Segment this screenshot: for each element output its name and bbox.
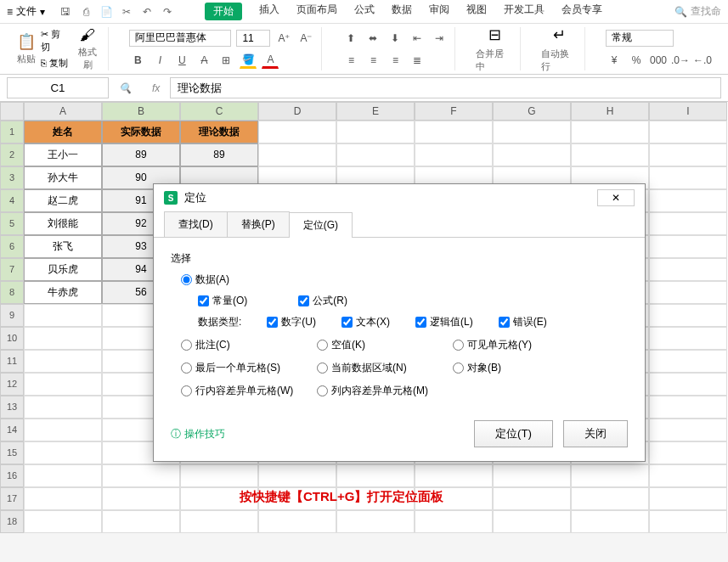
col-header-h[interactable]: H [571, 102, 649, 121]
cell[interactable] [649, 166, 727, 189]
cell[interactable] [649, 235, 727, 258]
font-size-select[interactable] [236, 30, 270, 47]
option-blank[interactable]: 空值(K) [317, 338, 453, 352]
cell[interactable] [649, 143, 727, 166]
font-color-icon[interactable]: A [262, 52, 279, 69]
cell[interactable] [415, 143, 493, 166]
cell[interactable]: 孙大牛 [24, 166, 102, 189]
option-rowdiff[interactable]: 行内容差异单元格(W) [181, 384, 317, 398]
col-header-b[interactable]: B [102, 102, 180, 121]
font-name-select[interactable] [129, 30, 231, 47]
tab-review[interactable]: 审阅 [429, 3, 449, 20]
row-header[interactable]: 6 [0, 235, 24, 258]
search-fx-icon[interactable]: 🔍 [119, 82, 132, 94]
dialog-close-button[interactable]: ✕ [597, 189, 635, 206]
cell[interactable]: 王小一 [24, 143, 102, 166]
align-left-icon[interactable]: ≡ [342, 52, 359, 69]
cell[interactable] [336, 510, 415, 533]
tab-dev[interactable]: 开发工具 [504, 3, 545, 20]
tab-start[interactable]: 开始 [205, 3, 242, 20]
justify-icon[interactable]: ≣ [409, 52, 426, 69]
cell[interactable] [493, 121, 571, 143]
cell[interactable] [649, 258, 727, 281]
option-object[interactable]: 对象(B) [453, 361, 589, 375]
row-header[interactable]: 7 [0, 258, 24, 281]
col-header-d[interactable]: D [258, 102, 336, 121]
row-header[interactable]: 13 [0, 396, 24, 419]
tab-member[interactable]: 会员专享 [562, 3, 602, 20]
row-header[interactable]: 16 [0, 464, 24, 487]
dialog-tab-find[interactable]: 查找(D) [164, 211, 228, 237]
number-format-select[interactable] [606, 30, 674, 47]
tab-insert[interactable]: 插入 [259, 3, 279, 20]
cell[interactable] [24, 350, 102, 373]
align-bottom-icon[interactable]: ⬇ [387, 30, 404, 47]
cell[interactable] [24, 464, 102, 487]
undo-icon[interactable]: ↶ [140, 5, 154, 19]
row-header[interactable]: 4 [0, 189, 24, 212]
cell[interactable] [24, 327, 102, 350]
copy-button[interactable]: ⎘ 复制 [41, 57, 69, 70]
cell[interactable] [649, 350, 727, 373]
cell[interactable] [24, 487, 102, 510]
cell[interactable] [24, 304, 102, 327]
dialog-tab-goto[interactable]: 定位(G) [289, 212, 353, 238]
cut-button[interactable]: ✂ 剪切 [41, 28, 69, 53]
cell[interactable] [493, 143, 571, 166]
formatpaint-icon[interactable]: 🖌 [74, 26, 101, 44]
cell[interactable] [649, 373, 727, 396]
italic-icon[interactable]: I [151, 52, 168, 69]
row-header[interactable]: 3 [0, 166, 24, 189]
row-header[interactable]: 18 [0, 510, 24, 533]
cell[interactable] [649, 281, 727, 304]
redo-icon[interactable]: ↷ [161, 5, 174, 19]
close-button[interactable]: 关闭 [563, 420, 628, 447]
cell[interactable]: 赵二虎 [24, 189, 102, 212]
cell[interactable] [649, 396, 727, 419]
underline-icon[interactable]: U [173, 52, 190, 69]
align-right-icon[interactable]: ≡ [387, 52, 404, 69]
option-visible[interactable]: 可见单元格(Y) [453, 338, 589, 352]
currency-icon[interactable]: ¥ [606, 52, 623, 69]
option-logic[interactable]: 逻辑值(L) [415, 315, 473, 329]
dec-inc-icon[interactable]: .0→ [672, 52, 689, 69]
cell[interactable] [24, 396, 102, 419]
option-const[interactable]: 常量(O) [198, 294, 247, 308]
merge-icon[interactable]: ⊟ [488, 25, 501, 44]
row-header[interactable]: 12 [0, 373, 24, 396]
cell[interactable] [649, 510, 727, 533]
cell[interactable] [649, 212, 727, 235]
cell[interactable]: 张飞 [24, 235, 102, 258]
align-middle-icon[interactable]: ⬌ [364, 30, 381, 47]
cell[interactable]: 刘很能 [24, 212, 102, 235]
col-header-g[interactable]: G [493, 102, 571, 121]
cell[interactable] [180, 464, 258, 487]
fx-icon[interactable]: fx [152, 82, 160, 94]
goto-button[interactable]: 定位(T) [474, 420, 553, 447]
col-header-i[interactable]: I [649, 102, 727, 121]
search-box[interactable]: 🔍 查找命 [674, 4, 721, 19]
indent-inc-icon[interactable]: ⇥ [431, 30, 448, 47]
cell[interactable] [571, 121, 649, 143]
formula-input[interactable] [170, 77, 721, 98]
cell[interactable]: 理论数据 [180, 121, 258, 143]
cell[interactable] [493, 510, 571, 533]
cell-reference-input[interactable] [7, 77, 109, 98]
option-data[interactable]: 数据(A) [181, 273, 229, 287]
col-header-c[interactable]: C [180, 102, 258, 121]
row-header[interactable]: 14 [0, 419, 24, 441]
row-header[interactable]: 9 [0, 304, 24, 327]
cell[interactable] [258, 510, 336, 533]
col-header-e[interactable]: E [336, 102, 415, 121]
cell[interactable] [415, 510, 493, 533]
cell[interactable] [571, 487, 649, 510]
cell[interactable] [649, 304, 727, 327]
cell[interactable] [649, 419, 727, 441]
increase-font-icon[interactable]: A⁺ [275, 30, 292, 47]
row-header[interactable]: 11 [0, 350, 24, 373]
option-coldiff[interactable]: 列内容差异单元格(M) [317, 384, 453, 398]
decrease-font-icon[interactable]: A⁻ [297, 30, 314, 47]
cell[interactable] [493, 487, 571, 510]
option-error[interactable]: 错误(E) [499, 315, 547, 329]
cell[interactable] [102, 464, 180, 487]
